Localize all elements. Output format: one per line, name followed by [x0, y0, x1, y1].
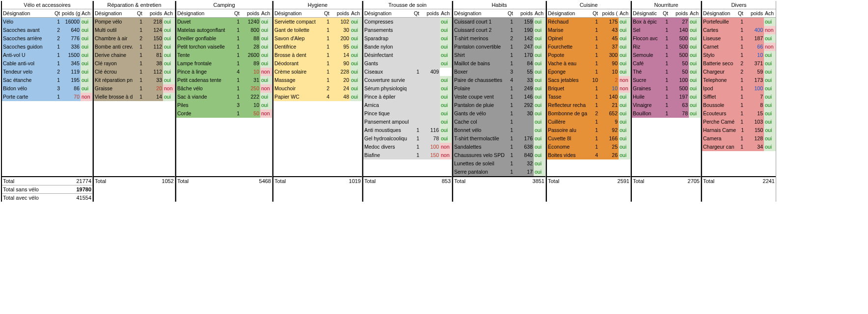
ach-cell: oui: [440, 43, 452, 51]
cell-designation: Shirt: [453, 51, 505, 59]
table-row: Piles 3 10 oui: [176, 101, 272, 109]
table-row: Pantalon de pluie 1 292 oui: [453, 101, 545, 109]
empty-row: [94, 168, 175, 176]
table-row: Bonnet vélo 1 oui: [453, 126, 545, 134]
table-row: Clé rayon 1 38 oui: [94, 59, 175, 68]
cell-qt: 1: [735, 34, 744, 43]
empty-row: [273, 118, 362, 126]
cell-designation: Serviette compact: [273, 18, 322, 26]
cell-designation: Camera: [702, 134, 735, 143]
cell-designation: Tente: [176, 51, 232, 59]
table-row: Boites vides 4 26 oui: [547, 151, 630, 159]
section-title: Camping: [176, 1, 272, 9]
cell-designation: Pince à épiler: [363, 93, 411, 101]
table-row: Pantalon convertible 1 247 oui: [453, 43, 545, 51]
section-total-row: Total 2591: [547, 176, 630, 185]
table-row: Pansement ampoul oui: [363, 118, 452, 126]
cell-qt: 2: [52, 68, 61, 76]
cell-poids: 33: [143, 76, 163, 84]
ach-cell: oui: [440, 51, 452, 59]
ach-cell: oui: [764, 18, 776, 26]
cell-qt: [411, 26, 420, 34]
ach-cell: oui: [440, 109, 452, 118]
table-row: Oreiller gonflable 1 88 oui: [176, 34, 272, 43]
total-value: 21774: [63, 177, 92, 185]
cell-poids: 112: [143, 68, 163, 76]
table-row: Tente 1 2600 oui: [176, 51, 272, 59]
cell-designation: Éponge: [547, 68, 590, 76]
table-row: Batterie seco 2 371 oui: [702, 59, 776, 68]
cell-qt: [411, 34, 420, 43]
cell-poids: [420, 43, 440, 51]
ach-cell: oui: [689, 18, 701, 26]
cell-qt: 1: [505, 109, 514, 118]
cell-designation: Cuissard court 1: [453, 18, 505, 26]
cell-poids: 100: [744, 84, 764, 93]
section-total-row: Total 1052: [94, 176, 175, 185]
cell-designation: Box à épic: [632, 18, 660, 26]
cell-qt: 1: [590, 101, 599, 109]
cell-poids: 34: [744, 143, 764, 151]
cell-poids: 409: [420, 68, 440, 76]
ach-cell: oui: [689, 43, 701, 51]
table-row: Chambre à air 2 150 oui: [94, 34, 175, 43]
total-value: 2241: [746, 177, 776, 185]
cell-poids: 640: [61, 26, 81, 34]
ach-cell: oui: [619, 68, 630, 76]
ach-cell: oui: [534, 59, 545, 68]
cell-qt: 1: [660, 59, 669, 68]
section: Habits Désignation Qt poids Ach Cuissard…: [452, 1, 546, 202]
cell-designation: Sucre: [632, 76, 660, 84]
cell-designation: Bâche vélo: [176, 84, 232, 93]
cell-poids: 90: [599, 59, 619, 68]
ach-cell: oui: [764, 84, 776, 93]
section-title: Vélo et accessoires: [2, 1, 92, 9]
table-row: Semoule 1 500 oui: [632, 51, 701, 59]
cell-poids: 14: [330, 51, 350, 59]
section-title: Divers: [702, 1, 776, 9]
ach-cell: oui: [260, 93, 272, 101]
cell-poids: [420, 93, 440, 101]
cell-poids: 222: [241, 93, 260, 101]
table-row: Lunettes de soleil 1 32 oui: [453, 159, 545, 168]
cell-poids: 10: [241, 68, 260, 76]
cell-designation: Chambre à air: [94, 34, 135, 43]
column-headers: Désignation Qt poids Ach: [363, 9, 452, 18]
total-label: Total: [632, 177, 671, 185]
cell-designation: Clé rayon: [94, 59, 135, 68]
empty-row: [94, 101, 175, 109]
cell-poids: [420, 84, 440, 93]
empty-row: [632, 134, 701, 143]
ach-cell: oui: [534, 101, 545, 109]
cell-designation: Gants: [363, 59, 411, 68]
cell-designation: Boites vides: [547, 151, 590, 159]
cell-poids: 14: [143, 93, 163, 101]
cell-poids: [514, 126, 534, 134]
section-total-row: Total 5468: [176, 176, 272, 185]
table-row: Mouchoir 2 24 oui: [273, 84, 362, 93]
column-headers: Désignatic Qt poids Ach: [632, 9, 701, 18]
cell-designation: Paire de chaussettes: [453, 76, 505, 84]
cell-qt: 1: [505, 159, 514, 168]
cell-poids: 32: [514, 159, 534, 168]
ach-cell: oui: [81, 68, 92, 76]
col-ach: Ach: [163, 9, 175, 17]
cell-designation: Fourchette: [547, 43, 590, 51]
cell-poids: [420, 26, 440, 34]
table-row: Portefeuille 1 oui: [702, 18, 776, 26]
cell-poids: 128: [744, 134, 764, 143]
cell-qt: 1: [660, 18, 669, 26]
ach-cell: oui: [81, 43, 92, 51]
table-row: Stylo 1 10 oui: [702, 51, 776, 59]
table-row: Pince à linge 4 10 non: [176, 68, 272, 76]
cell-qt: [411, 93, 420, 101]
cell-qt: 1: [135, 43, 143, 51]
cell-designation: Arnica: [363, 101, 411, 109]
table-row: Économe 1 25 oui: [547, 143, 630, 151]
empty-row: [2, 143, 92, 151]
empty-row: [273, 143, 362, 151]
ach-cell: oui: [440, 59, 452, 68]
cell-poids: 175: [599, 18, 619, 26]
cell-poids: 17: [514, 168, 534, 176]
cell-designation: Semoule: [632, 51, 660, 59]
